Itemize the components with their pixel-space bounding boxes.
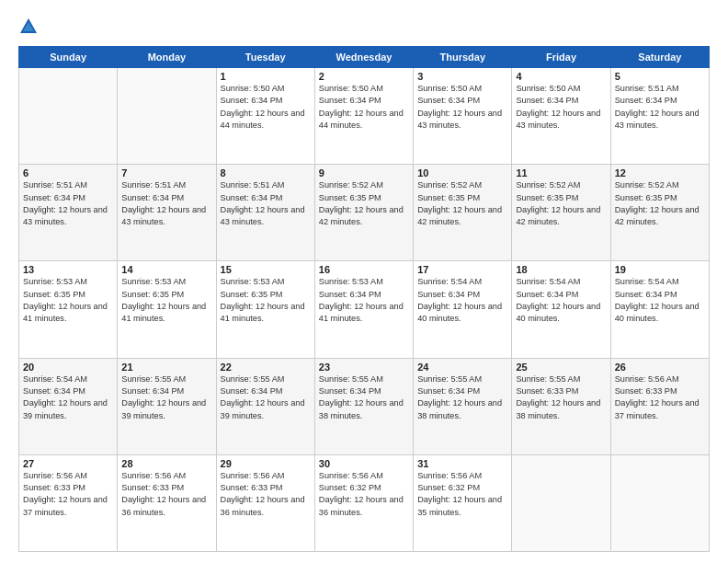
calendar-cell	[512, 454, 610, 551]
calendar-cell	[118, 68, 216, 165]
day-header-thursday: Thursday	[414, 47, 512, 68]
day-info: Sunrise: 5:55 AMSunset: 6:34 PMDaylight:…	[121, 373, 211, 422]
day-info: Sunrise: 5:56 AMSunset: 6:33 PMDaylight:…	[23, 470, 113, 519]
calendar-cell: 27Sunrise: 5:56 AMSunset: 6:33 PMDayligh…	[19, 454, 118, 551]
day-number: 2	[319, 71, 409, 82]
day-info: Sunrise: 5:52 AMSunset: 6:35 PMDaylight:…	[516, 179, 606, 228]
day-number: 30	[319, 458, 409, 469]
day-number: 16	[319, 264, 409, 275]
calendar-cell	[610, 454, 709, 551]
calendar-cell: 5Sunrise: 5:51 AMSunset: 6:34 PMDaylight…	[610, 68, 709, 165]
day-info: Sunrise: 5:50 AMSunset: 6:34 PMDaylight:…	[417, 83, 507, 132]
calendar-cell: 13Sunrise: 5:53 AMSunset: 6:35 PMDayligh…	[19, 261, 118, 358]
day-number: 15	[221, 264, 311, 275]
day-info: Sunrise: 5:52 AMSunset: 6:35 PMDaylight:…	[615, 179, 705, 228]
calendar-cell: 21Sunrise: 5:55 AMSunset: 6:34 PMDayligh…	[118, 358, 216, 454]
page: SundayMondayTuesdayWednesdayThursdayFrid…	[0, 0, 728, 563]
day-info: Sunrise: 5:55 AMSunset: 6:34 PMDaylight:…	[221, 373, 311, 422]
calendar-cell: 9Sunrise: 5:52 AMSunset: 6:35 PMDaylight…	[314, 165, 413, 261]
day-info: Sunrise: 5:50 AMSunset: 6:34 PMDaylight:…	[221, 83, 311, 132]
week-row-2: 13Sunrise: 5:53 AMSunset: 6:35 PMDayligh…	[19, 261, 710, 358]
day-info: Sunrise: 5:51 AMSunset: 6:34 PMDaylight:…	[615, 83, 705, 132]
day-info: Sunrise: 5:54 AMSunset: 6:34 PMDaylight:…	[23, 373, 113, 422]
week-row-3: 20Sunrise: 5:54 AMSunset: 6:34 PMDayligh…	[19, 358, 710, 454]
day-header-sunday: Sunday	[19, 47, 118, 68]
week-row-1: 6Sunrise: 5:51 AMSunset: 6:34 PMDaylight…	[19, 165, 710, 261]
day-info: Sunrise: 5:56 AMSunset: 6:33 PMDaylight:…	[221, 470, 311, 519]
day-number: 11	[516, 167, 606, 178]
calendar-cell: 4Sunrise: 5:50 AMSunset: 6:34 PMDaylight…	[512, 68, 610, 165]
day-info: Sunrise: 5:55 AMSunset: 6:34 PMDaylight:…	[417, 373, 507, 422]
day-info: Sunrise: 5:50 AMSunset: 6:34 PMDaylight:…	[319, 83, 409, 132]
day-header-monday: Monday	[118, 47, 216, 68]
day-info: Sunrise: 5:53 AMSunset: 6:35 PMDaylight:…	[23, 276, 113, 325]
calendar-cell: 31Sunrise: 5:56 AMSunset: 6:32 PMDayligh…	[414, 454, 512, 551]
logo-icon	[18, 17, 39, 37]
day-info: Sunrise: 5:54 AMSunset: 6:34 PMDaylight:…	[417, 276, 507, 325]
day-number: 28	[121, 458, 211, 469]
calendar-cell: 20Sunrise: 5:54 AMSunset: 6:34 PMDayligh…	[19, 358, 118, 454]
day-number: 17	[417, 264, 507, 275]
day-header-tuesday: Tuesday	[216, 47, 314, 68]
day-info: Sunrise: 5:54 AMSunset: 6:34 PMDaylight:…	[615, 276, 705, 325]
day-number: 7	[121, 167, 211, 178]
day-info: Sunrise: 5:52 AMSunset: 6:35 PMDaylight:…	[417, 179, 507, 228]
calendar-cell: 1Sunrise: 5:50 AMSunset: 6:34 PMDaylight…	[216, 68, 314, 165]
day-number: 27	[23, 458, 113, 469]
week-row-0: 1Sunrise: 5:50 AMSunset: 6:34 PMDaylight…	[19, 68, 710, 165]
day-info: Sunrise: 5:56 AMSunset: 6:33 PMDaylight:…	[121, 470, 211, 519]
day-number: 12	[615, 167, 705, 178]
day-info: Sunrise: 5:51 AMSunset: 6:34 PMDaylight:…	[221, 179, 311, 228]
day-info: Sunrise: 5:51 AMSunset: 6:34 PMDaylight:…	[121, 179, 211, 228]
day-number: 25	[516, 362, 606, 373]
day-number: 8	[221, 167, 311, 178]
day-info: Sunrise: 5:53 AMSunset: 6:34 PMDaylight:…	[319, 276, 409, 325]
calendar-cell: 18Sunrise: 5:54 AMSunset: 6:34 PMDayligh…	[512, 261, 610, 358]
calendar-cell: 12Sunrise: 5:52 AMSunset: 6:35 PMDayligh…	[610, 165, 709, 261]
calendar-cell: 28Sunrise: 5:56 AMSunset: 6:33 PMDayligh…	[118, 454, 216, 551]
day-number: 20	[23, 362, 113, 373]
day-info: Sunrise: 5:51 AMSunset: 6:34 PMDaylight:…	[23, 179, 113, 228]
day-number: 29	[221, 458, 311, 469]
logo	[18, 17, 42, 37]
calendar-cell: 10Sunrise: 5:52 AMSunset: 6:35 PMDayligh…	[414, 165, 512, 261]
day-number: 14	[121, 264, 211, 275]
calendar-cell: 14Sunrise: 5:53 AMSunset: 6:35 PMDayligh…	[118, 261, 216, 358]
calendar-cell: 17Sunrise: 5:54 AMSunset: 6:34 PMDayligh…	[414, 261, 512, 358]
day-info: Sunrise: 5:52 AMSunset: 6:35 PMDaylight:…	[319, 179, 409, 228]
day-info: Sunrise: 5:53 AMSunset: 6:35 PMDaylight:…	[121, 276, 211, 325]
calendar-cell: 3Sunrise: 5:50 AMSunset: 6:34 PMDaylight…	[414, 68, 512, 165]
calendar-cell: 11Sunrise: 5:52 AMSunset: 6:35 PMDayligh…	[512, 165, 610, 261]
day-number: 31	[417, 458, 507, 469]
day-number: 21	[121, 362, 211, 373]
calendar-cell: 23Sunrise: 5:55 AMSunset: 6:34 PMDayligh…	[314, 358, 413, 454]
calendar-cell: 7Sunrise: 5:51 AMSunset: 6:34 PMDaylight…	[118, 165, 216, 261]
calendar-cell: 25Sunrise: 5:55 AMSunset: 6:33 PMDayligh…	[512, 358, 610, 454]
calendar-cell: 24Sunrise: 5:55 AMSunset: 6:34 PMDayligh…	[414, 358, 512, 454]
day-header-friday: Friday	[512, 47, 610, 68]
day-info: Sunrise: 5:50 AMSunset: 6:34 PMDaylight:…	[516, 83, 606, 132]
day-number: 4	[516, 71, 606, 82]
day-info: Sunrise: 5:56 AMSunset: 6:33 PMDaylight:…	[615, 373, 705, 422]
day-number: 22	[221, 362, 311, 373]
day-number: 5	[615, 71, 705, 82]
day-number: 3	[417, 71, 507, 82]
day-header-wednesday: Wednesday	[314, 47, 413, 68]
day-number: 6	[23, 167, 113, 178]
day-number: 26	[615, 362, 705, 373]
day-header-saturday: Saturday	[610, 47, 709, 68]
day-number: 19	[615, 264, 705, 275]
calendar-table: SundayMondayTuesdayWednesdayThursdayFrid…	[18, 46, 710, 552]
day-number: 9	[319, 167, 409, 178]
day-number: 23	[319, 362, 409, 373]
day-info: Sunrise: 5:54 AMSunset: 6:34 PMDaylight:…	[516, 276, 606, 325]
day-number: 13	[23, 264, 113, 275]
day-info: Sunrise: 5:55 AMSunset: 6:33 PMDaylight:…	[516, 373, 606, 422]
calendar-cell: 30Sunrise: 5:56 AMSunset: 6:32 PMDayligh…	[314, 454, 413, 551]
days-header-row: SundayMondayTuesdayWednesdayThursdayFrid…	[19, 47, 710, 68]
calendar-cell: 2Sunrise: 5:50 AMSunset: 6:34 PMDaylight…	[314, 68, 413, 165]
calendar-cell: 19Sunrise: 5:54 AMSunset: 6:34 PMDayligh…	[610, 261, 709, 358]
day-info: Sunrise: 5:56 AMSunset: 6:32 PMDaylight:…	[319, 470, 409, 519]
calendar-cell: 8Sunrise: 5:51 AMSunset: 6:34 PMDaylight…	[216, 165, 314, 261]
day-number: 10	[417, 167, 507, 178]
